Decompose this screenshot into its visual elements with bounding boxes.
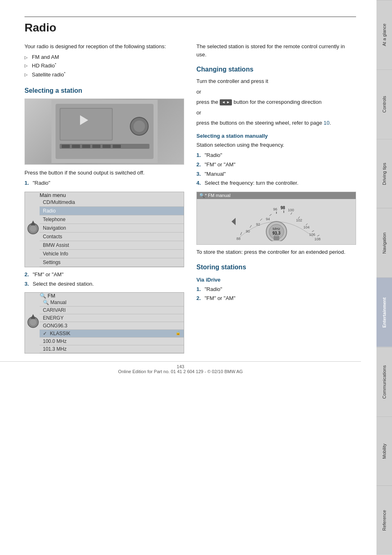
fm-station-list: 🔍 FM 🔍 Manual CARIVARI ENERGY GONG96.3 ✓… [40,293,184,353]
checkmark-icon: ✓ [43,331,47,336]
storing-step-num-2: 2. [196,294,201,303]
press-button-text: Press the button if the sound output is … [24,169,184,177]
fm-item-gong: GONG96.3 [40,322,184,330]
fm-dial-svg: 88 90 92 94 96 [227,202,325,241]
svg-rect-8 [92,145,100,148]
bullet-list: FM and AM HD Radio* Satellite radio* [24,53,184,80]
svg-text:94: 94 [266,217,270,221]
fm-item-101: 101.3 MHz [40,345,184,353]
sidebar-tab-mobility[interactable]: Mobility [376,416,392,486]
main-menu-screenshot: Main menu CD/Multimedia Radio Telephone … [24,192,184,267]
steering-wheel-text: press the buttons on the steering wheel,… [196,119,356,127]
fm-station-screenshot: 🔍 FM 🔍 Manual CARIVARI ENERGY GONG96.3 ✓… [24,292,184,354]
manual-step-2: 2. "FM" or "AM" [196,161,356,169]
bullet-fm-am: FM and AM [24,53,184,62]
knob-svg [27,217,39,241]
page-number: 143 [177,364,184,369]
svg-marker-16 [31,221,36,226]
sidebar-tab-reference[interactable]: Reference [376,486,392,555]
fm-knob-svg [27,310,39,335]
menu-item-settings: Settings [40,258,184,267]
storing-step-2: 2. "FM" or "AM" [196,294,356,303]
svg-text:106: 106 [309,233,315,237]
car-radio-photo [25,99,184,164]
step-num-1: 1. [24,179,29,188]
storing-steps-list: 1. "Radio" 2. "FM" or "AM" [196,285,356,303]
or-1: or [196,88,356,96]
fm-item-carivari: CARIVARI [40,307,184,314]
manual-step-num-4: 4. [196,179,201,188]
svg-rect-7 [82,145,90,148]
menu-item-bmw-assist: BMW Assist [40,241,184,250]
svg-text:92: 92 [256,222,260,226]
direction-button-icon: ◄ ► [220,99,232,106]
main-content: Radio Your radio is designed for recepti… [0,0,376,381]
step-num-3: 3. [24,280,29,289]
svg-text:102: 102 [296,218,302,222]
sidebar-tab-controls[interactable]: Controls [376,69,392,139]
press-button-text: press the ◄ ► button for the correspondi… [196,98,356,106]
changing-stations-heading: Changing stations [196,66,356,73]
two-column-layout: Your radio is designed for reception of … [24,43,356,357]
svg-text:90: 90 [246,229,250,233]
bullet-satellite: Satellite radio* [24,70,184,79]
svg-point-15 [30,226,36,232]
sidebar-tab-communications[interactable]: Communications [376,347,392,416]
fm-dial-screenshot: 🔍* FM manual 88 [196,192,356,245]
manual-steps-list: 1. "Radio" 2. "FM" or "AM" 3. "Manual" 4… [196,151,356,188]
menu-item-navigation: Navigation [40,224,184,233]
fm-dial-title: 🔍* FM manual [197,192,356,199]
manual-step-3: 3. "Manual" [196,170,356,179]
step-num-2: 2. [24,271,29,279]
page-ref-link[interactable]: 10 [323,120,329,126]
store-station-text: The selected station is stored for the r… [196,43,356,58]
steps-2-3-list: 2. "FM" or "AM" 3. Select the desired st… [24,271,184,289]
fm-item-energy: ENERGY [40,314,184,322]
page-title: Radio [24,16,356,34]
svg-text:96: 96 [273,207,277,211]
manual-step-num-3: 3. [196,170,201,179]
sidebar-tab-at-a-glance[interactable]: At a glance [376,0,392,69]
car-radio-svg [51,100,158,163]
menu-item-cd: CD/Multimedia [40,198,184,207]
svg-rect-3 [60,109,112,140]
svg-rect-9 [102,145,111,148]
intro-text: Your radio is designed for reception of … [24,43,184,51]
fm-item-klassik: ✓ KLASSIK 🔒 [40,330,184,338]
station-freq-text: Station selection using the frequency. [196,141,356,149]
storing-stations-heading: Storing stations [196,264,356,271]
car-radio-image [24,98,184,165]
manual-step-1: 1. "Radio" [196,151,356,160]
menu-item-contacts: Contacts [40,233,184,241]
svg-rect-10 [113,145,121,148]
footer-text: Online Edition for Part no. 01 41 2 604 … [118,369,243,374]
selecting-manually-heading: Selecting a station manually [196,133,356,139]
menu-item-telephone: Telephone [40,215,184,224]
steps-left-list: 1. "Radio" [24,179,184,188]
sidebar-tab-driving-tips[interactable]: Driving tips [376,139,392,208]
store-controller-text: To store the station: press the controll… [196,248,356,256]
or-2: or [196,109,356,117]
svg-point-18 [30,319,36,326]
menu-content: Main menu CD/Multimedia Radio Telephone … [40,192,184,267]
sidebar: At a glance Controls Driving tips Naviga… [376,0,392,555]
step-left-2: 2. "FM" or "AM" [24,271,184,279]
dial-wrapper: 88 90 92 94 96 [197,199,356,244]
svg-text:88: 88 [236,237,241,241]
svg-text:108: 108 [314,237,321,241]
svg-rect-5 [62,145,70,148]
manual-step-num-1: 1. [196,151,201,160]
bullet-hd-radio: HD Radio* [24,61,184,70]
fm-item-100: 100.0 MHz [40,338,184,345]
svg-point-12 [134,121,145,132]
menu-item-radio: Radio [40,207,184,215]
manual-step-num-2: 2. [196,161,201,169]
step-left-3: 3. Select the desired station. [24,280,184,289]
page-footer: 143 Online Edition for Part no. 01 41 2 … [0,361,361,374]
manual-step-4: 4. Select the frequency: turn the contro… [196,179,356,188]
sidebar-tab-entertainment[interactable]: Entertainment [376,278,392,347]
step-left-1: 1. "Radio" [24,179,184,188]
fm-title-bar: 🔍 FM [40,293,184,299]
right-column: The selected station is stored for the r… [196,43,356,357]
sidebar-tab-navigation[interactable]: Navigation [376,208,392,278]
